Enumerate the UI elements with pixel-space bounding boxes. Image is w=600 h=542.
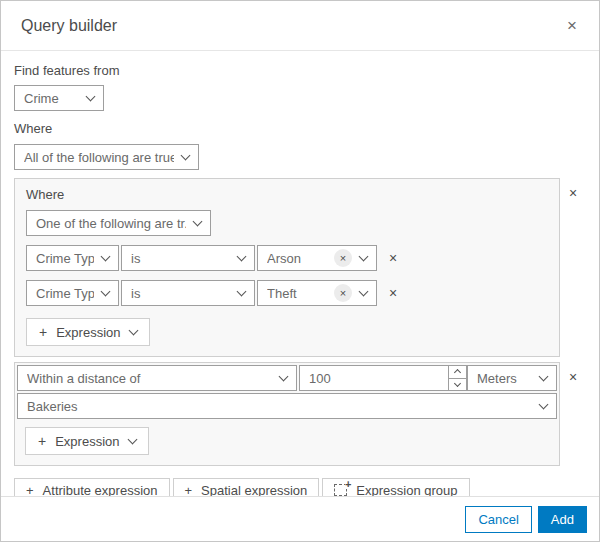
plus-icon: +: [39, 324, 47, 340]
add-button[interactable]: Add: [538, 506, 587, 533]
distance-input[interactable]: [300, 366, 448, 390]
value-combobox[interactable]: Arson ×: [257, 245, 377, 271]
add-spatial-expression-button[interactable]: + Spatial expression: [173, 478, 320, 496]
clear-value-icon[interactable]: ×: [334, 284, 352, 302]
add-expression-group-button[interactable]: + Expression group: [322, 478, 469, 496]
group-where-label: Where: [26, 187, 548, 203]
operator-select[interactable]: is: [121, 245, 255, 271]
dialog-title: Query builder: [21, 17, 117, 35]
add-expression-button[interactable]: + Expression: [25, 427, 149, 455]
expression-group-label: Expression group: [356, 483, 457, 497]
chevron-up-icon: [454, 369, 461, 376]
spinner-up-button[interactable]: [449, 366, 466, 379]
chevron-down-icon: [181, 150, 191, 160]
chevron-down-icon: [101, 286, 111, 296]
number-spinner[interactable]: [448, 366, 466, 390]
operator-select[interactable]: is: [121, 280, 255, 306]
add-expression-label: Expression: [56, 325, 120, 340]
expression-group-1: Where One of the following are tr... Cri…: [14, 178, 560, 357]
dialog-content: Find features from Crime Where All of th…: [1, 51, 599, 496]
chevron-down-icon: [86, 91, 96, 101]
group-logic-operator-select[interactable]: One of the following are tr...: [26, 210, 211, 236]
find-features-label: Find features from: [14, 63, 586, 79]
add-actions-row: + Attribute expression + Spatial express…: [14, 478, 586, 496]
chevron-down-icon: [539, 371, 549, 381]
expression-group-2-row: Within a distance of: [14, 362, 586, 466]
expression-row-1: Crime Type is Arson × ×: [26, 245, 548, 271]
expression-group-2: Within a distance of: [14, 362, 560, 466]
clear-value-icon[interactable]: ×: [334, 249, 352, 267]
layer-select-value: Crime: [24, 91, 79, 106]
spatial-operator-value: Within a distance of: [27, 371, 272, 386]
add-expression-label: Expression: [55, 434, 119, 449]
chevron-down-icon: [279, 371, 289, 381]
remove-expression-icon[interactable]: ×: [389, 286, 397, 300]
target-layer-value: Bakeries: [27, 399, 532, 414]
add-attribute-expression-button[interactable]: + Attribute expression: [14, 478, 170, 496]
operator-value: is: [131, 286, 230, 301]
unit-value: Meters: [477, 371, 532, 386]
spatial-expression-label: Spatial expression: [201, 483, 307, 497]
layer-select[interactable]: Crime: [14, 85, 104, 111]
cancel-button[interactable]: Cancel: [465, 506, 531, 533]
field-select[interactable]: Crime Type: [26, 245, 119, 271]
spatial-expression-row: Within a distance of: [17, 365, 557, 391]
unit-select[interactable]: Meters: [467, 365, 557, 391]
spinner-down-button[interactable]: [449, 379, 466, 391]
remove-expression-icon[interactable]: ×: [389, 251, 397, 265]
logic-operator-value: All of the following are true: [24, 150, 174, 165]
chevron-down-icon: [454, 380, 461, 387]
remove-group-icon[interactable]: ×: [560, 370, 586, 384]
chevron-down-icon: [539, 399, 549, 409]
spatial-operator-select[interactable]: Within a distance of: [17, 365, 297, 391]
chevron-down-icon: [128, 325, 138, 335]
plus-icon: +: [345, 479, 351, 489]
field-select[interactable]: Crime Type: [26, 280, 119, 306]
close-icon[interactable]: ×: [563, 15, 581, 36]
chevron-down-icon: [359, 286, 369, 296]
expression-row-2: Crime Type is Theft × ×: [26, 280, 548, 306]
add-expression-button[interactable]: + Expression: [26, 318, 150, 346]
query-builder-dialog: Query builder × Find features from Crime…: [0, 0, 600, 542]
chevron-down-icon: [359, 251, 369, 261]
operator-value: is: [131, 251, 230, 266]
chevron-down-icon: [237, 286, 247, 296]
distance-input-wrap: [299, 365, 467, 391]
logic-operator-select[interactable]: All of the following are true: [14, 144, 199, 170]
value-combobox[interactable]: Theft ×: [257, 280, 377, 306]
chevron-down-icon: [193, 216, 203, 226]
dialog-footer: Cancel Add: [1, 496, 599, 541]
expression-group-1-row: Where One of the following are tr... Cri…: [14, 178, 586, 357]
chevron-down-icon: [237, 251, 247, 261]
chevron-down-icon: [127, 434, 137, 444]
value-text: Theft: [267, 286, 334, 301]
plus-icon: +: [185, 483, 193, 497]
plus-icon: +: [26, 483, 34, 497]
chevron-down-icon: [101, 251, 111, 261]
dialog-header: Query builder ×: [1, 1, 599, 51]
group-logic-operator-value: One of the following are tr...: [36, 216, 186, 231]
expression-group-icon: +: [334, 484, 347, 496]
target-layer-select[interactable]: Bakeries: [17, 393, 557, 419]
field-value: Crime Type: [36, 286, 94, 301]
field-value: Crime Type: [36, 251, 94, 266]
plus-icon: +: [38, 433, 46, 449]
remove-group-icon[interactable]: ×: [560, 186, 586, 200]
value-text: Arson: [267, 251, 334, 266]
attribute-expression-label: Attribute expression: [43, 483, 158, 497]
where-label: Where: [14, 121, 586, 137]
